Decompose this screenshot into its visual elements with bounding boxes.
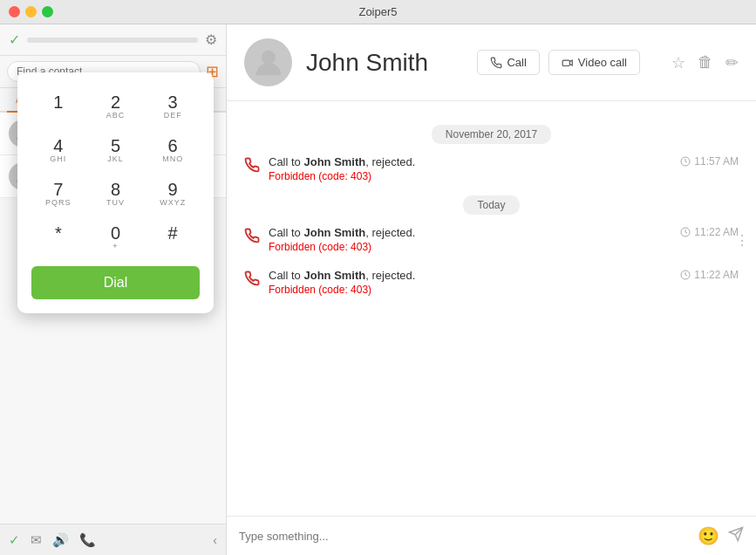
dial-key-8[interactable]: 8 TUV: [89, 174, 143, 214]
dial-key-star[interactable]: *: [31, 217, 85, 257]
dial-key-5[interactable]: 5 JKL: [89, 130, 143, 170]
header-actions: Call Video call: [477, 50, 640, 75]
trash-icon[interactable]: 🗑: [698, 53, 713, 72]
call-text: Call to John Smith, rejected. Forbidden …: [269, 155, 680, 182]
emoji-icon[interactable]: 🙂: [698, 525, 719, 546]
call-error: Forbidden (code: 403): [269, 170, 680, 182]
sidebar: ✓ ⚙ ⊞ All On... Jo...: [0, 24, 227, 555]
call-time: 11:22 AM: [680, 269, 739, 281]
collapse-arrow-icon[interactable]: ‹: [213, 533, 217, 547]
dial-key-6[interactable]: 6 MNO: [146, 130, 200, 170]
status-icon[interactable]: ✓: [9, 532, 20, 548]
dial-key-0[interactable]: 0 +: [89, 217, 143, 257]
gear-icon[interactable]: ⚙: [205, 31, 217, 48]
missed-call-icon: [244, 271, 260, 290]
missed-call-icon: [244, 157, 260, 176]
call-desc: Call to John Smith, rejected.: [269, 155, 680, 168]
call-entry: Call to John Smith, rejected. Forbidden …: [244, 152, 739, 186]
svg-rect-3: [562, 60, 569, 65]
dial-key-7[interactable]: 7 PQRS: [31, 174, 85, 214]
maximize-button[interactable]: [42, 6, 53, 17]
dial-key-1[interactable]: 1: [31, 86, 85, 127]
svg-point-2: [262, 50, 276, 64]
titlebar: Zoiper5: [0, 0, 756, 24]
dialpad-grid: 1 2 ABC 3 DEF 4 GHI 5 JKL: [31, 86, 200, 257]
close-button[interactable]: [9, 6, 20, 17]
email-icon[interactable]: ✉: [31, 532, 42, 548]
call-text: Call to John Smith, rejected. Forbidden …: [269, 269, 680, 296]
more-options-icon[interactable]: ⋮: [735, 231, 749, 248]
call-entry: Call to John Smith, rejected. Forbidden …: [244, 265, 739, 299]
call-time: 11:22 AM: [680, 226, 739, 238]
message-input-row: 🙂: [227, 516, 756, 555]
phone-icon[interactable]: 📞: [79, 532, 96, 548]
video-call-button[interactable]: Video call: [548, 50, 640, 75]
star-icon[interactable]: ☆: [671, 53, 685, 72]
sidebar-top-bar: ✓ ⚙: [0, 24, 226, 56]
call-error: Forbidden (code: 403): [269, 241, 680, 253]
message-input[interactable]: [239, 530, 689, 543]
sidebar-bottom: ✓ ✉ 🔊 📞 ‹: [0, 524, 226, 555]
missed-call-icon: [244, 228, 260, 247]
speaker-icon[interactable]: 🔊: [52, 532, 69, 548]
chat-area: November 20, 2017 Call to John Smith, re…: [227, 101, 756, 516]
dialpad: 1 2 ABC 3 DEF 4 GHI 5 JKL: [17, 72, 214, 313]
contact-header-avatar: [244, 38, 292, 86]
edit-icon[interactable]: ✏: [725, 53, 739, 72]
call-desc: Call to John Smith, rejected.: [269, 269, 680, 282]
call-time: 11:57 AM: [680, 155, 739, 168]
call-entry: Call to John Smith, rejected. Forbidden …: [244, 223, 739, 257]
header-icons: ☆ 🗑 ✏: [671, 53, 739, 72]
app-title: Zoiper5: [358, 5, 397, 18]
window-controls: [9, 6, 53, 17]
dial-key-3[interactable]: 3 DEF: [146, 86, 200, 127]
main-content: John Smith Call Video call ☆ 🗑 ✏: [227, 24, 756, 555]
app-body: ✓ ⚙ ⊞ All On... Jo...: [0, 24, 756, 555]
date-divider-today: Today: [244, 196, 739, 212]
date-divider-nov: November 20, 2017: [244, 126, 739, 141]
dial-key-4[interactable]: 4 GHI: [31, 130, 85, 170]
dial-key-hash[interactable]: #: [146, 217, 200, 257]
call-button-label: Call: [507, 56, 526, 69]
dial-button[interactable]: Dial: [31, 266, 200, 299]
status-bar: [27, 38, 198, 43]
video-call-button-label: Video call: [578, 56, 627, 69]
call-desc: Call to John Smith, rejected.: [269, 226, 680, 239]
status-check-icon: ✓: [9, 31, 20, 48]
contact-header-name: John Smith: [306, 49, 463, 77]
dial-key-2[interactable]: 2 ABC: [89, 86, 143, 127]
dial-key-9[interactable]: 9 WXYZ: [146, 174, 200, 214]
send-icon[interactable]: [728, 526, 744, 546]
contact-header: John Smith Call Video call ☆ 🗑 ✏: [227, 24, 756, 101]
call-button[interactable]: Call: [477, 50, 539, 75]
call-error: Forbidden (code: 403): [269, 284, 680, 296]
minimize-button[interactable]: [25, 6, 37, 17]
call-text: Call to John Smith, rejected. Forbidden …: [269, 226, 680, 253]
